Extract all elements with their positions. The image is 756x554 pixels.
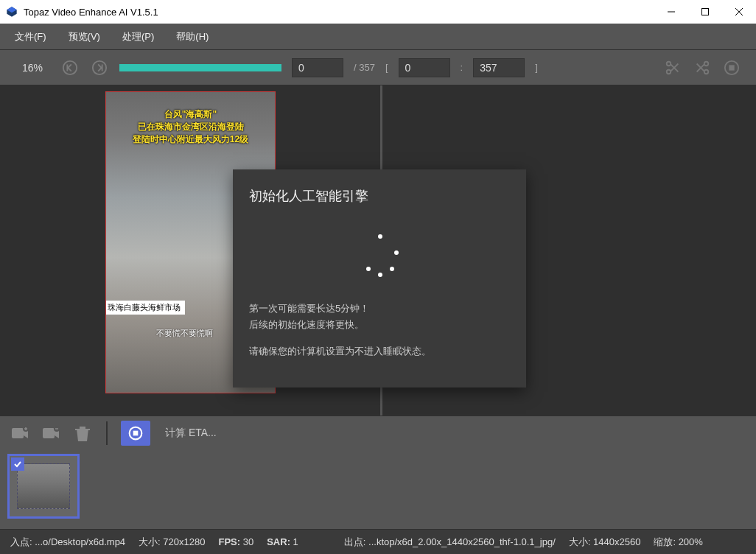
overlay-caption1: 珠海白藤头海鲜市场: [105, 301, 185, 315]
titlebar: Topaz Video Enhance AI V1.5.1: [0, 0, 756, 24]
status-fps: FPS: 30: [218, 536, 253, 547]
dialog-line2: 后续的初始化速度将更快。: [249, 317, 510, 333]
status-in: 入点: ...o/Desktop/x6d.mp4: [10, 536, 125, 549]
cut-end-icon[interactable]: [693, 58, 712, 77]
menubar: 文件(F) 预览(V) 处理(P) 帮助(H): [0, 24, 756, 50]
app-logo-icon: [6, 6, 18, 18]
range-bracket-close: ]: [535, 62, 538, 73]
status-fps-val: 30: [243, 536, 253, 547]
range-end-input[interactable]: 357: [473, 58, 525, 77]
status-out-size-val: 1440x2560: [593, 536, 640, 547]
stop-preview-icon[interactable]: [722, 58, 741, 77]
eta-label: 计算 ETA...: [165, 427, 217, 440]
svg-rect-14: [133, 430, 139, 435]
dialog-line1: 第一次可能需要长达5分钟！: [249, 301, 510, 317]
init-ai-dialog: 初始化人工智能引擎 第一次可能需要长达5分钟！ 后续的初始化速度将更快。 请确保…: [233, 169, 526, 388]
range-start-input[interactable]: 0: [399, 58, 450, 77]
dialog-title: 初始化人工智能引擎: [249, 187, 510, 205]
status-out-path: ...ktop/x6d_2.00x_1440x2560_thf-1.0.1_jp…: [368, 536, 556, 547]
dialog-line3: 请确保您的计算机设置为不进入睡眠状态。: [249, 343, 510, 360]
svg-point-5: [704, 69, 709, 74]
record-remove-icon[interactable]: [41, 423, 62, 443]
minimize-button[interactable]: [654, 0, 688, 24]
range-bracket-open: [: [385, 62, 388, 73]
frame-total-label: / 357: [354, 62, 375, 73]
video-title-overlay: 台风"海高斯" 已在珠海市金湾区沿海登陆 登陆时中心附近最大风力12级: [106, 108, 275, 145]
stop-process-button[interactable]: [121, 421, 150, 446]
status-in-label: 入点:: [10, 536, 32, 547]
toolbar: 16% 0 / 357 [ 0 : 357 ]: [0, 50, 756, 85]
status-in-path: ...o/Desktop/x6d.mp4: [35, 536, 125, 547]
svg-rect-9: [12, 428, 24, 438]
range-separator: :: [461, 62, 463, 73]
overlay-caption2: 不要慌不要慌啊: [156, 328, 213, 339]
overlay-line3: 登陆时中心附近最大风力12级: [106, 133, 275, 146]
status-scale-label: 缩放:: [654, 536, 676, 547]
video-thumbnail[interactable]: [7, 454, 80, 519]
svg-point-1: [63, 60, 77, 74]
status-out: 出点: ...ktop/x6d_2.00x_1440x2560_thf-1.0.…: [344, 536, 556, 549]
overlay-line2: 已在珠海市金湾区沿海登陆: [106, 121, 275, 133]
thumbnail-checkmark-icon[interactable]: [11, 457, 24, 471]
prev-frame-button[interactable]: [60, 58, 80, 77]
svg-rect-0: [702, 9, 709, 15]
close-button[interactable]: [722, 0, 756, 24]
progress-bar[interactable]: [119, 64, 281, 71]
status-sar-val: 1: [293, 536, 298, 547]
svg-point-4: [667, 61, 671, 66]
action-bar: 计算 ETA...: [0, 416, 756, 449]
status-in-size-label: 大小:: [139, 536, 161, 547]
next-frame-button[interactable]: [90, 58, 109, 77]
menu-help[interactable]: 帮助(H): [167, 27, 217, 46]
svg-point-3: [667, 69, 671, 74]
menu-preview[interactable]: 预览(V): [60, 27, 109, 46]
svg-rect-8: [729, 65, 734, 70]
status-sar-label: SAR:: [267, 536, 290, 547]
menu-file[interactable]: 文件(F): [6, 27, 55, 46]
current-frame-input[interactable]: 0: [292, 58, 343, 77]
menu-process[interactable]: 处理(P): [113, 27, 163, 46]
overlay-line1: 台风"海高斯": [106, 108, 275, 121]
status-sar: SAR: 1: [267, 536, 298, 547]
trash-icon[interactable]: [72, 423, 93, 443]
status-out-size-label: 大小:: [569, 536, 591, 547]
status-fps-label: FPS:: [218, 536, 240, 547]
status-in-size-val: 720x1280: [163, 536, 205, 547]
svg-point-6: [704, 61, 709, 66]
action-divider: [106, 421, 108, 445]
status-in-size: 大小: 720x1280: [139, 536, 205, 549]
status-scale-val: 200%: [679, 536, 703, 547]
status-scale: 缩放: 200%: [654, 536, 703, 549]
loading-spinner-icon: [357, 234, 402, 278]
record-add-icon[interactable]: [10, 423, 31, 443]
status-out-label: 出点:: [344, 536, 366, 547]
maximize-button[interactable]: [688, 0, 722, 24]
status-out-size: 大小: 1440x2560: [569, 536, 641, 549]
zoom-level[interactable]: 16%: [15, 62, 50, 74]
preview-area: 台风"海高斯" 已在珠海市金湾区沿海登陆 登陆时中心附近最大风力12级 珠海白藤…: [0, 85, 756, 416]
svg-point-2: [93, 60, 106, 74]
svg-rect-11: [43, 428, 55, 438]
status-bar: 入点: ...o/Desktop/x6d.mp4 大小: 720x1280 FP…: [0, 529, 756, 554]
window-title: Topaz Video Enhance AI V1.5.1: [24, 7, 654, 18]
thumbnail-strip: [0, 449, 756, 529]
cut-start-icon[interactable]: [663, 58, 682, 77]
